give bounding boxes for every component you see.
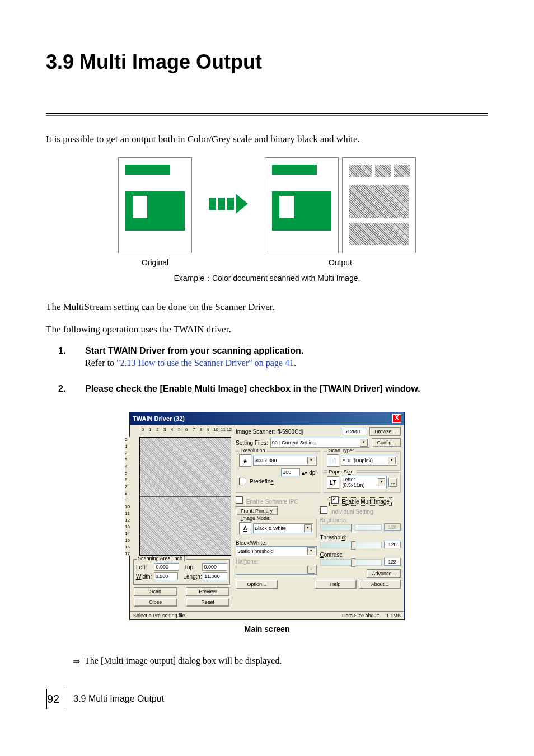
paper-size-combo[interactable]: Letter (8.5x11in) ▾ [341, 476, 387, 489]
steps: 1. Start TWAIN Driver from your scanning… [46, 346, 488, 396]
close-button[interactable]: Close [134, 598, 177, 607]
intro-paragraph-3: The following operation uses the TWAIN d… [46, 323, 488, 336]
setting-files-combo[interactable]: 00 : Current Setting ▾ [270, 438, 370, 448]
result-arrow-icon: ⇒ [73, 656, 80, 666]
brightness-value: 128 [384, 523, 401, 531]
chevron-down-icon[interactable]: ▾ [360, 439, 368, 447]
setting-files-label: Setting Files: [236, 440, 268, 446]
threshold-value[interactable]: 128 [384, 541, 401, 548]
config-button[interactable]: Config... [372, 438, 401, 447]
scan-type-combo[interactable]: ADF (Duplex) ▾ [341, 456, 398, 466]
resolution-combo[interactable]: 300 x 300 ▾ [253, 456, 317, 466]
status-size-value: 1.1MB [386, 613, 401, 618]
chevron-down-icon[interactable]: ▾ [378, 478, 386, 486]
twain-title: TWAIN Driver (32) [133, 415, 185, 422]
advance-button[interactable]: Advance... [367, 569, 401, 578]
chevron-down-icon[interactable]: ▾ [388, 457, 396, 464]
result-text: The [Multi image output] dialog box will… [85, 656, 282, 666]
status-text: Select a Pre-setting file. [133, 613, 186, 618]
dpi-label: dpi [309, 469, 316, 476]
figure-output-color-topbar [272, 165, 317, 175]
resolution-label: Resolution [240, 448, 267, 453]
figure-original-top-bar [125, 165, 170, 175]
individual-checkbox [320, 506, 327, 514]
enable-multi-checkbox[interactable] [331, 496, 339, 504]
section-title: 3.9 Multi Image Output [46, 50, 488, 74]
enable-multi-label: Enable Multi Image [341, 499, 390, 505]
figure-output-color-box [279, 196, 294, 218]
figure-output-label: Output [329, 258, 352, 267]
image-mode-combo[interactable]: Black & White ▾ [253, 523, 313, 533]
figure-output-bw: ABC [342, 157, 416, 253]
step-2-title: Please check the [Enable Multi Image] ch… [85, 384, 488, 394]
figure-example-caption: Example：Color document scanned with Mult… [46, 274, 488, 284]
length-input[interactable]: 11.000 [203, 572, 227, 580]
left-label: LLeft:eft: [136, 564, 152, 570]
threshold-label: Threshold: [320, 534, 401, 541]
preview-button[interactable]: Preview [186, 587, 229, 596]
scanning-area-legend: Scanning Area[ inch ] [137, 556, 186, 561]
step-2-number: 2. [46, 384, 85, 396]
brightness-label: Brightness: [320, 517, 401, 523]
left-input[interactable]: 0.000 [154, 563, 179, 571]
figure-multi-image: Original [46, 157, 488, 267]
figure-output-bw-top3 [394, 165, 410, 177]
black-white-label: Black/White: [236, 540, 317, 546]
option-button[interactable]: Option... [236, 580, 278, 589]
scan-type-label: Scan Type: [327, 448, 356, 453]
paper-size-more-button[interactable]: ... [388, 478, 397, 487]
top-input[interactable]: 0.000 [202, 563, 227, 571]
dpi-input[interactable]: 300 [281, 468, 300, 476]
width-label: Width: [136, 574, 152, 580]
image-scanner-label: Image Scanner: [236, 429, 275, 435]
chevron-down-icon[interactable]: ▾ [307, 547, 315, 555]
black-white-combo[interactable]: Static Threshold ▾ [236, 546, 317, 556]
browse-button[interactable]: Browse... [369, 427, 401, 436]
image-mode-icon: A [239, 522, 251, 534]
scan-type-icon: 📄 [327, 454, 339, 467]
spinner-icon[interactable]: ▴▾ [302, 469, 307, 476]
figure-original-column: Original [118, 157, 192, 267]
intro-paragraph-1: It is possible to get an output both in … [46, 133, 488, 146]
close-icon[interactable]: X [392, 414, 401, 423]
individual-label: Individual Setting [330, 509, 373, 515]
paper-size-label: Paper Size: [327, 469, 357, 475]
rule-thin [46, 115, 488, 116]
twain-window: TWAIN Driver (32) X 0 1 2 3 4 5 6 7 8 9 … [129, 412, 405, 620]
intro-paragraph-2: The MultiStream setting can be done on t… [46, 300, 488, 314]
step-1-refer-link[interactable]: "2.13 How to use the Scanner Driver" on … [116, 358, 294, 368]
status-bar: Select a Pre-setting file. Data Size abo… [130, 611, 404, 619]
step-1-title: Start TWAIN Driver from your scanning ap… [85, 346, 488, 356]
front-primary-tab[interactable]: Front: Primary [236, 506, 278, 515]
ruler-horizontal: 0 1 2 3 4 5 6 7 8 9 10 11 12 [132, 427, 231, 437]
image-scanner-value: fi-5900Cdj [278, 429, 341, 435]
twain-titlebar[interactable]: TWAIN Driver (32) X [130, 412, 404, 425]
chevron-down-icon[interactable]: ▾ [307, 457, 315, 464]
contrast-value[interactable]: 128 [384, 558, 401, 566]
paper-size-icon: LT [327, 476, 339, 489]
step-1-refer-prefix: Refer to [85, 358, 116, 368]
width-input[interactable]: 8.500 [154, 572, 179, 580]
setting-files-value: 00 : Current Setting [272, 440, 316, 445]
preview-area[interactable] [139, 437, 231, 556]
enable-multi-focus: Enable Multi Image [329, 497, 392, 506]
about-button[interactable]: About... [359, 580, 401, 589]
reset-button[interactable]: Reset [186, 598, 229, 607]
brightness-slider [320, 524, 382, 531]
page-footer-title: 3.9 Multi Image Output [73, 694, 164, 704]
step-1-number: 1. [46, 346, 85, 368]
step-1-refer: Refer to "2.13 How to use the Scanner Dr… [85, 358, 488, 368]
contrast-slider[interactable] [320, 559, 382, 566]
predefine-checkbox[interactable] [239, 478, 246, 485]
ruler-vertical: 0 1 2 3 4 5 6 7 8 9 10 11 12 13 [125, 437, 132, 556]
help-button[interactable]: Help [315, 580, 357, 589]
page-footer: 92 3.9 Multi Image Output [46, 689, 488, 709]
chevron-down-icon: ▾ [307, 566, 315, 574]
resolution-icon: ◈ [239, 454, 251, 467]
threshold-slider[interactable] [320, 542, 382, 548]
enable-ipc-checkbox [236, 496, 243, 504]
figure-output-bw-band: ABC [349, 185, 409, 218]
scan-button[interactable]: Scan [134, 587, 177, 596]
chevron-down-icon[interactable]: ▾ [304, 524, 312, 532]
halftone-label: Halftone: [236, 558, 317, 565]
